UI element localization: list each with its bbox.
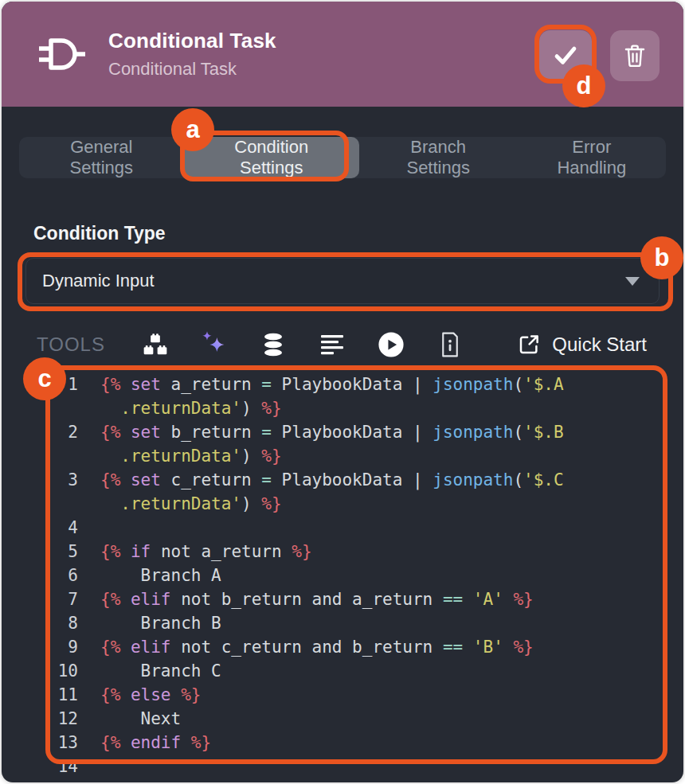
code-text: Branch A (100, 564, 221, 587)
line-number (30, 492, 78, 516)
line-number: 4 (30, 516, 78, 540)
code-line: 1{% set a_return = PlaybookData | jsonpa… (30, 372, 683, 396)
code-text: {% set a_return = PlaybookData | jsonpat… (100, 372, 564, 396)
blocks-icon (142, 333, 169, 357)
code-text: {% set b_return = PlaybookData | jsonpat… (100, 420, 564, 444)
code-line: 12 Next (30, 707, 683, 731)
line-number: 12 (30, 707, 78, 731)
code-text: {% else %} (100, 683, 201, 707)
line-number: 10 (30, 659, 78, 683)
line-number: 8 (30, 611, 78, 635)
sparkles-icon (200, 330, 229, 359)
line-number (30, 396, 78, 420)
run-button[interactable] (376, 330, 406, 360)
check-icon (552, 44, 579, 68)
code-text: {% set c_return = PlaybookData | jsonpat… (100, 468, 564, 492)
tab-branch-settings[interactable]: Branch Settings (359, 137, 518, 178)
play-icon (378, 331, 405, 358)
ai-assist-button[interactable] (199, 330, 229, 360)
line-number: 11 (30, 683, 78, 707)
code-editor-section: TOOLS (2, 322, 683, 778)
quick-start-link[interactable]: Quick Start (512, 332, 652, 357)
code-line: 4 (30, 516, 683, 540)
settings-tabbar: General Settings Condition Settings Bran… (19, 137, 666, 178)
code-text: .returnData') %} (100, 444, 282, 468)
code-line: 8 Branch B (30, 611, 683, 635)
blocks-tool-button[interactable] (140, 330, 170, 360)
line-number: 2 (30, 420, 78, 444)
task-title: Conditional Task (108, 29, 276, 53)
code-editor-textarea[interactable]: 1{% set a_return = PlaybookData | jsonpa… (2, 368, 683, 778)
code-line: 14 (30, 755, 683, 778)
code-line: .returnData') %} (30, 444, 683, 468)
condition-type-label: Condition Type (33, 223, 683, 244)
quick-start-label: Quick Start (552, 333, 647, 356)
header-text: Conditional Task Conditional Task (108, 29, 276, 80)
code-line: 5{% if not a_return %} (30, 540, 683, 564)
task-header: Conditional Task Conditional Task (2, 2, 683, 107)
code-text: {% elif not b_return and a_return == 'A'… (100, 587, 534, 611)
task-card: Conditional Task Conditional Task (2, 2, 683, 782)
task-subtitle: Conditional Task (108, 59, 276, 80)
chevron-down-icon (625, 277, 640, 286)
text-format-button[interactable] (317, 330, 347, 360)
code-line: 9{% elif not c_return and b_return == 'B… (30, 635, 683, 659)
tools-label: TOOLS (37, 333, 105, 356)
line-number: 6 (30, 564, 78, 587)
data-tool-button[interactable] (258, 330, 288, 360)
external-link-icon (517, 333, 541, 357)
document-info-icon (438, 331, 462, 358)
code-text: {% elif not c_return and b_return == 'B'… (100, 635, 534, 659)
code-line: 13{% endif %} (30, 731, 683, 755)
line-number: 3 (30, 468, 78, 492)
code-text: Branch B (100, 611, 221, 635)
tab-general-settings[interactable]: General Settings (19, 137, 184, 178)
line-number: 9 (30, 635, 78, 659)
editor-toolbar: TOOLS (2, 322, 683, 368)
code-line: 7{% elif not b_return and a_return == 'A… (30, 587, 683, 611)
trash-icon (623, 43, 647, 68)
code-line: 11{% else %} (30, 683, 683, 707)
condition-type-value: Dynamic Input (42, 271, 155, 291)
line-number: 5 (30, 540, 78, 564)
line-number: 13 (30, 731, 78, 755)
code-text: {% endif %} (100, 731, 211, 755)
code-text: Next (100, 707, 181, 731)
delete-button[interactable] (610, 30, 660, 81)
code-line: 6 Branch A (30, 564, 683, 587)
logic-gate-icon (37, 33, 88, 76)
code-text: .returnData') %} (100, 396, 282, 420)
code-text: {% if not a_return %} (100, 540, 312, 564)
code-line: .returnData') %} (30, 492, 683, 516)
code-text: .returnData') %} (100, 492, 282, 516)
confirm-button[interactable] (539, 30, 592, 81)
docs-button[interactable] (435, 330, 465, 360)
code-text: Branch C (100, 659, 221, 683)
code-line: 10 Branch C (30, 659, 683, 683)
code-line: 3{% set c_return = PlaybookData | jsonpa… (30, 468, 683, 492)
tab-error-handling[interactable]: Error Handling (518, 137, 666, 178)
line-number: 14 (30, 755, 78, 778)
line-number: 1 (30, 372, 78, 396)
text-lines-icon (319, 333, 345, 356)
line-number: 7 (30, 587, 78, 611)
conditional-task-panel: Conditional Task Conditional Task (0, 0, 685, 784)
code-line: .returnData') %} (30, 396, 683, 420)
line-number (30, 444, 78, 468)
tab-condition-settings[interactable]: Condition Settings (184, 137, 359, 178)
database-icon (260, 333, 286, 357)
code-line: 2{% set b_return = PlaybookData | jsonpa… (30, 420, 683, 444)
condition-type-select[interactable]: Dynamic Input (25, 258, 660, 304)
